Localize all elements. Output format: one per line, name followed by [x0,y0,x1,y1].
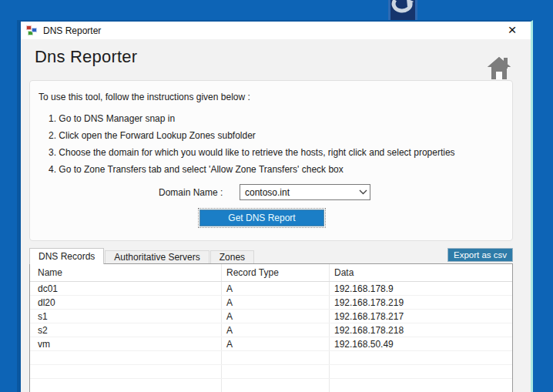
get-dns-report-button[interactable]: Get DNS Report [199,209,324,226]
table-cell: 192.168.178.218 [330,323,511,337]
table-cell: A [222,337,330,350]
chevron-down-icon [356,189,370,195]
table-header: NameRecord TypeData [30,264,512,282]
table-cell: vm [30,337,222,350]
table-cell [30,351,222,364]
table-cell: A [222,310,330,323]
dns-records-tab-page: NameRecord TypeData dc01A192.168.178.9dl… [29,263,513,392]
table-row[interactable]: vmA192.168.50.49 [30,337,512,351]
table-cell: A [222,282,330,295]
table-cell [330,351,511,364]
page-title: Dns Reporter [35,47,137,67]
table-cell [222,365,330,378]
table-cell: dl20 [30,296,222,309]
desktop: DNS Reporter × Dns Reporter To use this … [0,0,553,392]
instructions-panel: To use this tool, follow the instruction… [29,80,513,241]
table-cell: dc01 [30,282,222,295]
dns-reporter-window: DNS Reporter × Dns Reporter To use this … [17,20,533,392]
tab-strip: DNS RecordsAuthoritative ServersZonesExp… [29,247,513,263]
app-icon [26,25,38,36]
table-cell [330,365,511,378]
table-cell: 192.168.178.9 [330,282,511,295]
table-cell [222,351,330,364]
table-cell [222,379,330,392]
instructions-intro: To use this tool, follow the instruction… [39,92,250,102]
tab-zones[interactable]: Zones [210,250,254,263]
instruction-step: 4. Go to Zone Transfers tab and select '… [49,161,455,178]
column-header[interactable]: Record Type [222,264,330,281]
table-row[interactable]: s2A192.168.178.218 [30,323,512,337]
column-header[interactable]: Data [330,264,511,281]
titlebar[interactable]: DNS Reporter × [21,22,531,39]
table-body: dc01A192.168.178.9dl20A192.168.178.219s1… [30,282,512,392]
table-row[interactable]: dc01A192.168.178.9 [30,282,512,296]
domain-name-label: Domain Name : [159,187,223,198]
circular-arrow-icon [391,0,414,20]
close-icon[interactable]: × [504,22,521,39]
table-cell: s2 [30,323,222,337]
tab-dns-records[interactable]: DNS Records [29,248,104,264]
table-cell: A [222,296,330,309]
table-empty-row [30,379,512,392]
table-cell: 192.168.50.49 [330,337,511,350]
instruction-step: 2. Click open the Forward Lookup Zones s… [49,127,455,144]
export-as-csv-button[interactable]: Export as csv [447,248,513,262]
table-cell: s1 [30,310,222,323]
table-cell [330,379,511,392]
domain-name-combobox[interactable]: contoso.int [240,184,370,200]
client-area: Dns Reporter To use this tool, follow th… [21,39,531,392]
table-cell [30,379,222,392]
column-header[interactable]: Name [30,264,222,281]
table-empty-row [30,351,512,365]
home-icon[interactable] [488,56,511,81]
table-row[interactable]: dl20A192.168.178.219 [30,296,512,310]
instruction-steps: 1. Go to DNS Manager snap in2. Click ope… [49,110,455,178]
instruction-step: 1. Go to DNS Manager snap in [49,110,455,127]
table-empty-row [30,365,512,379]
table-row[interactable]: s1A192.168.178.217 [30,310,512,323]
table-cell: 192.168.178.219 [330,296,511,309]
table-cell: 192.168.178.217 [330,310,511,323]
app-taskbar-icon[interactable] [388,0,417,20]
domain-name-value: contoso.int [245,187,356,198]
tab-authoritative-servers[interactable]: Authoritative Servers [105,250,209,263]
table-cell [30,365,222,378]
table-cell: A [222,323,330,337]
instruction-step: 3. Choose the domain for which you would… [49,144,455,161]
window-title: DNS Reporter [43,25,101,36]
